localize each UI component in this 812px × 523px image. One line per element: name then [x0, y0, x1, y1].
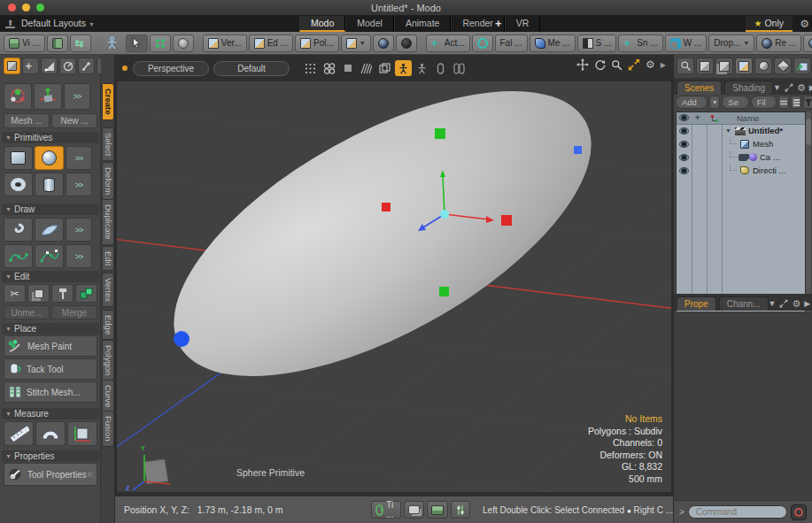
- add-tab-button[interactable]: +: [490, 16, 507, 31]
- tab-edit[interactable]: Edit: [102, 246, 114, 271]
- item-label[interactable]: Ca ...: [760, 152, 780, 162]
- name-column-header[interactable]: Name: [737, 113, 759, 123]
- zoom-icon[interactable]: [611, 59, 623, 71]
- eye-icon[interactable]: [679, 127, 689, 135]
- merge-meshes-button[interactable]: [75, 284, 97, 303]
- list-options-button[interactable]: [778, 96, 789, 109]
- more-curves-button[interactable]: >>: [66, 244, 92, 268]
- panel-menu-arrow-icon[interactable]: ▶: [804, 299, 810, 308]
- work-plane-button[interactable]: W ...: [665, 35, 708, 52]
- more-transform-button[interactable]: >>: [64, 83, 90, 110]
- handle-green-top[interactable]: [435, 128, 445, 139]
- uv-button[interactable]: [396, 35, 417, 52]
- mesh-list-button[interactable]: Mesh ...: [4, 113, 50, 128]
- xray-mode-button[interactable]: [451, 60, 468, 76]
- command-input[interactable]: [688, 505, 787, 519]
- eye-icon[interactable]: [679, 167, 689, 174]
- new-mesh-button[interactable]: New ...: [51, 113, 97, 128]
- viewport-menu-arrow-icon[interactable]: ▶: [661, 61, 666, 69]
- mesh-shaded-button[interactable]: [173, 35, 194, 52]
- replicator-button[interactable]: [774, 58, 792, 74]
- filter-button[interactable]: Fil ...: [751, 96, 777, 109]
- section-properties[interactable]: ▼Properties: [2, 450, 99, 462]
- section-place[interactable]: ▼Place: [2, 323, 99, 335]
- default-layouts-switcher[interactable]: Default Layouts ▼: [21, 18, 95, 28]
- bone-mode-button[interactable]: [78, 58, 95, 74]
- tab-create[interactable]: Create: [102, 83, 114, 120]
- expand-icon[interactable]: [779, 299, 788, 308]
- item-label[interactable]: Directi ...: [753, 165, 785, 175]
- tab-fusion[interactable]: Fusion: [102, 411, 114, 447]
- handle-blue-left[interactable]: [174, 331, 189, 347]
- import-item-button[interactable]: [793, 58, 811, 74]
- viewport-layout-button[interactable]: Vi ...: [4, 35, 45, 52]
- pan-icon[interactable]: [576, 58, 589, 71]
- shading-style-selector[interactable]: Default: [213, 61, 290, 76]
- mesh-paint-button[interactable]: Mesh Paint: [4, 335, 97, 357]
- polygons-select-button[interactable]: Pol...: [295, 35, 339, 52]
- locked-visibility-button[interactable]: [414, 60, 430, 76]
- tab-vr[interactable]: VR: [505, 16, 541, 32]
- tab-select[interactable]: Select: [102, 127, 114, 161]
- item-row-light[interactable]: Directi ...: [677, 165, 805, 178]
- selection-sets-button[interactable]: Se ...: [722, 96, 748, 109]
- draw-patch-button[interactable]: [35, 218, 64, 242]
- preview-search-button[interactable]: [677, 58, 694, 74]
- tool-properties-button[interactable]: Tool Properties K: [4, 463, 97, 486]
- handle-red-right[interactable]: [501, 215, 512, 226]
- eye-icon[interactable]: [679, 141, 689, 148]
- primitive-torus-button[interactable]: [4, 173, 33, 196]
- time-tool-button[interactable]: Ti ...: [371, 501, 401, 519]
- swap-viewports-button[interactable]: ⇆: [70, 35, 91, 52]
- handle-green-bottom[interactable]: [439, 287, 449, 296]
- action-axis-button[interactable]: [472, 35, 493, 52]
- tab-dropdown-icon[interactable]: ▼: [773, 83, 781, 92]
- materials-button[interactable]: [373, 35, 394, 52]
- 3d-viewport[interactable]: Perspective Default ⚙ ▶: [115, 55, 673, 496]
- draw-bezier-button[interactable]: [35, 244, 64, 268]
- only-toggle-button[interactable]: ★ Only: [746, 16, 793, 32]
- duplicate-tool-button[interactable]: [27, 284, 50, 303]
- tab-curve[interactable]: Curve: [102, 380, 114, 412]
- viewport-single-button[interactable]: [47, 35, 68, 52]
- vertices-select-button[interactable]: Ver...: [203, 35, 247, 52]
- handle-red-left[interactable]: [382, 203, 391, 212]
- add-item-dropdown[interactable]: ▼: [709, 96, 720, 109]
- vscroll-thumb[interactable]: [806, 119, 811, 145]
- more-draw-button[interactable]: >>: [66, 218, 92, 242]
- edges-select-button[interactable]: Ed ...: [249, 35, 293, 52]
- tab-edge[interactable]: Edge: [102, 310, 114, 340]
- action-center-button[interactable]: +Act...: [426, 35, 470, 52]
- filter-funnel-button[interactable]: [803, 96, 812, 109]
- draw-spiral-button[interactable]: [4, 218, 33, 242]
- preview-open-button[interactable]: Pre...: [803, 35, 812, 52]
- stitch-mesh-button[interactable]: Stitch Mesh...: [4, 381, 97, 403]
- layers-button[interactable]: [404, 501, 424, 519]
- tab-scenes[interactable]: Scenes: [677, 81, 722, 95]
- hierarchy-column-icon[interactable]: [710, 114, 719, 123]
- item-row-scene[interactable]: ▼ Untitled*: [677, 125, 805, 138]
- tab-polygon[interactable]: Polygon: [102, 340, 114, 381]
- falloff-button[interactable]: Fal ...: [495, 35, 528, 52]
- maximize-viewport-icon[interactable]: [628, 58, 640, 71]
- tab-modo[interactable]: Modo: [299, 16, 345, 32]
- visibility-column-icon[interactable]: [679, 114, 689, 121]
- primitive-sphere-button[interactable]: [35, 146, 64, 170]
- primitive-cylinder-button[interactable]: [35, 173, 64, 196]
- sliders-button[interactable]: [451, 501, 470, 519]
- tab-animate[interactable]: Animate: [394, 16, 452, 32]
- snapping-button[interactable]: +Sn ...: [618, 35, 662, 52]
- axis-tool-button[interactable]: [4, 83, 32, 110]
- tab-model[interactable]: Model: [345, 16, 394, 32]
- camera-view-selector[interactable]: Perspective: [133, 61, 209, 76]
- ghost-mode-button[interactable]: [432, 60, 449, 76]
- tab-channels[interactable]: Chann...: [719, 296, 769, 311]
- unmerge-button[interactable]: Unme...: [4, 305, 50, 319]
- items-visibility-button[interactable]: [395, 60, 412, 76]
- move-mode-button[interactable]: +: [22, 58, 39, 74]
- layout-export-icon[interactable]: ⬆: [5, 19, 15, 28]
- panel-gear-icon[interactable]: ⚙: [792, 298, 800, 310]
- merge-button[interactable]: Merge: [51, 305, 97, 319]
- panel-gear-icon[interactable]: ⚙: [797, 82, 806, 94]
- item-row-camera[interactable]: Ca ...: [677, 151, 805, 165]
